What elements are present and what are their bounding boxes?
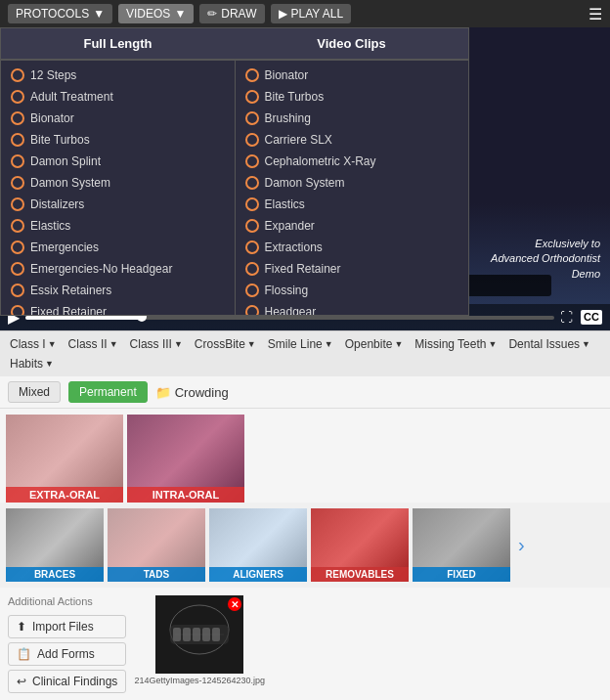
dropdown-content: 12 StepsAdult TreatmentBionatorBite Turb… bbox=[1, 61, 468, 315]
video-area: Full Length Video Clips 12 StepsAdult Tr… bbox=[0, 27, 610, 330]
protocols-button[interactable]: PROTOCOLS ▼ bbox=[8, 4, 112, 23]
video-clip-item[interactable]: Carriere SLX bbox=[236, 129, 469, 151]
import-files-button[interactable]: ⬆ Import Files bbox=[8, 615, 126, 638]
class-btn-missing-teeth[interactable]: Missing Teeth ▼ bbox=[411, 335, 501, 353]
class-chevron: ▼ bbox=[109, 339, 118, 349]
full-length-item[interactable]: Damon Splint bbox=[1, 151, 235, 172]
full-length-item[interactable]: Fixed Retainer bbox=[1, 301, 235, 315]
permanent-button[interactable]: Permanent bbox=[68, 381, 148, 403]
class-chevron: ▼ bbox=[394, 339, 403, 349]
video-clip-item[interactable]: Damon System bbox=[236, 172, 469, 194]
progress-fill bbox=[25, 316, 142, 320]
player-right: ⛶ CC bbox=[560, 310, 602, 325]
braces-thumb[interactable]: BRACES bbox=[6, 508, 104, 582]
additional-section: Additional Actions ⬆ Import Files 📋 Add … bbox=[0, 588, 610, 700]
class-chevron: ▼ bbox=[582, 339, 590, 349]
class-btn-class-i[interactable]: Class I ▼ bbox=[6, 335, 61, 353]
video-clip-item[interactable]: Expander bbox=[236, 215, 469, 237]
fixed-label: FIXED bbox=[413, 567, 510, 582]
class-btn-crossbite[interactable]: CrossBite ▼ bbox=[191, 335, 260, 353]
intra-oral-thumb[interactable]: INTRA-ORAL bbox=[127, 415, 244, 503]
class-chevron: ▼ bbox=[45, 359, 54, 369]
watermark: Exclusively to Advanced Orthodontist Dem… bbox=[491, 237, 600, 282]
add-forms-button[interactable]: 📋 Add Forms bbox=[8, 642, 126, 666]
class-chevron: ▼ bbox=[174, 339, 183, 349]
video-clip-item[interactable]: Headgear bbox=[236, 301, 469, 315]
crowding-label: 📁 Crowding bbox=[155, 385, 229, 400]
import-icon: ⬆ bbox=[17, 620, 26, 634]
removables-thumb[interactable]: REMOVABLES bbox=[311, 508, 409, 582]
full-length-col: 12 StepsAdult TreatmentBionatorBite Turb… bbox=[1, 61, 236, 315]
clinical-findings-label: Clinical Findings bbox=[32, 675, 117, 688]
toolbar: PROTOCOLS ▼ VIDEOS ▼ ✏ DRAW ▶ PLAY ALL ☰ bbox=[0, 0, 610, 27]
hamburger-menu[interactable]: ☰ bbox=[588, 5, 602, 23]
full-length-item[interactable]: Emergencies-No Headgear bbox=[1, 258, 235, 280]
video-clip-item[interactable]: Cephalometric X-Ray bbox=[236, 151, 469, 172]
clinical-findings-button[interactable]: ↩ Clinical Findings bbox=[8, 670, 126, 693]
video-dropdown: Full Length Video Clips 12 StepsAdult Tr… bbox=[0, 27, 469, 316]
full-length-item[interactable]: 12 Steps bbox=[1, 65, 235, 86]
folder-icon: 📁 bbox=[155, 385, 171, 400]
video-clip-item[interactable]: Extractions bbox=[236, 237, 469, 258]
video-clip-item[interactable]: Brushing bbox=[236, 108, 469, 129]
class-chevron: ▼ bbox=[247, 339, 256, 349]
extra-oral-label: EXTRA-ORAL bbox=[6, 487, 123, 503]
additional-actions: Additional Actions ⬆ Import Files 📋 Add … bbox=[8, 595, 126, 693]
class-btn-habits[interactable]: Habits ▼ bbox=[6, 355, 58, 372]
full-length-item[interactable]: Bite Turbos bbox=[1, 129, 235, 151]
watermark-line3: Demo bbox=[491, 267, 600, 282]
video-clip-item[interactable]: Flossing bbox=[236, 280, 469, 301]
fullscreen-icon[interactable]: ⛶ bbox=[560, 310, 573, 325]
full-length-item[interactable]: Damon System bbox=[1, 172, 235, 194]
class-btn-openbite[interactable]: Openbite ▼ bbox=[341, 335, 408, 353]
tads-thumb[interactable]: TADS bbox=[108, 508, 205, 582]
video-clip-item[interactable]: Elastics bbox=[236, 194, 469, 215]
class-btn-smile-line[interactable]: Smile Line ▼ bbox=[264, 335, 337, 353]
protocols-label: PROTOCOLS bbox=[16, 7, 89, 21]
video-clip-item[interactable]: Fixed Retainer bbox=[236, 258, 469, 280]
cc-icon[interactable]: CC bbox=[581, 310, 602, 325]
class-btn-class-iii[interactable]: Class III ▼ bbox=[126, 335, 187, 353]
import-label: Import Files bbox=[32, 620, 94, 634]
videos-button[interactable]: VIDEOS ▼ bbox=[118, 4, 194, 23]
braces-label: BRACES bbox=[6, 567, 104, 582]
aligners-label: ALIGNERS bbox=[209, 567, 307, 582]
full-length-item[interactable]: Essix Retainers bbox=[1, 280, 235, 301]
class-bar: Class I ▼Class II ▼Class III ▼CrossBite … bbox=[0, 330, 610, 376]
draw-button[interactable]: ✏ DRAW bbox=[199, 4, 264, 23]
video-clip-item[interactable]: Bionator bbox=[236, 65, 469, 86]
full-length-item[interactable]: Adult Treatment bbox=[1, 86, 235, 108]
svg-rect-8 bbox=[212, 628, 220, 641]
class-btn-dental-issues[interactable]: Dental Issues ▼ bbox=[504, 335, 594, 353]
forms-icon: 📋 bbox=[17, 647, 31, 661]
svg-rect-5 bbox=[183, 628, 191, 641]
removables-label: REMOVABLES bbox=[311, 567, 409, 582]
progress-bar[interactable] bbox=[25, 316, 554, 320]
video-clips-col: BionatorBite TurbosBrushingCarriere SLXC… bbox=[236, 61, 469, 315]
intra-oral-label: INTRA-ORAL bbox=[127, 487, 244, 503]
videos-chevron: ▼ bbox=[174, 7, 186, 21]
fixed-thumb[interactable]: FIXED bbox=[413, 508, 510, 582]
watermark-line2: Advanced Orthodontist bbox=[491, 251, 600, 266]
full-length-item[interactable]: Distalizers bbox=[1, 194, 235, 215]
dropdown-header: Full Length Video Clips bbox=[1, 28, 468, 61]
video-clip-item[interactable]: Bite Turbos bbox=[236, 86, 469, 108]
photo-grid-top: EXTRA-ORAL INTRA-ORAL bbox=[0, 409, 610, 503]
play-icon: ▶ bbox=[279, 7, 287, 21]
next-arrow-button[interactable]: › bbox=[514, 530, 529, 560]
play-all-button[interactable]: ▶ PLAY ALL bbox=[271, 4, 352, 23]
class-chevron: ▼ bbox=[488, 339, 497, 349]
tads-label: TADS bbox=[108, 567, 205, 582]
draw-icon: ✏ bbox=[207, 7, 217, 21]
image-preview: ✕ bbox=[155, 595, 243, 674]
mixed-button[interactable]: Mixed bbox=[8, 381, 61, 403]
full-length-item[interactable]: Bionator bbox=[1, 108, 235, 129]
image-filename: 214GettyImages-1245264230.jpg bbox=[134, 676, 265, 685]
extra-oral-thumb[interactable]: EXTRA-ORAL bbox=[6, 415, 123, 503]
full-length-item[interactable]: Emergencies bbox=[1, 237, 235, 258]
class-chevron: ▼ bbox=[48, 339, 57, 349]
aligners-thumb[interactable]: ALIGNERS bbox=[209, 508, 307, 582]
class-chevron: ▼ bbox=[325, 339, 333, 349]
class-btn-class-ii[interactable]: Class II ▼ bbox=[65, 335, 122, 353]
full-length-item[interactable]: Elastics bbox=[1, 215, 235, 237]
